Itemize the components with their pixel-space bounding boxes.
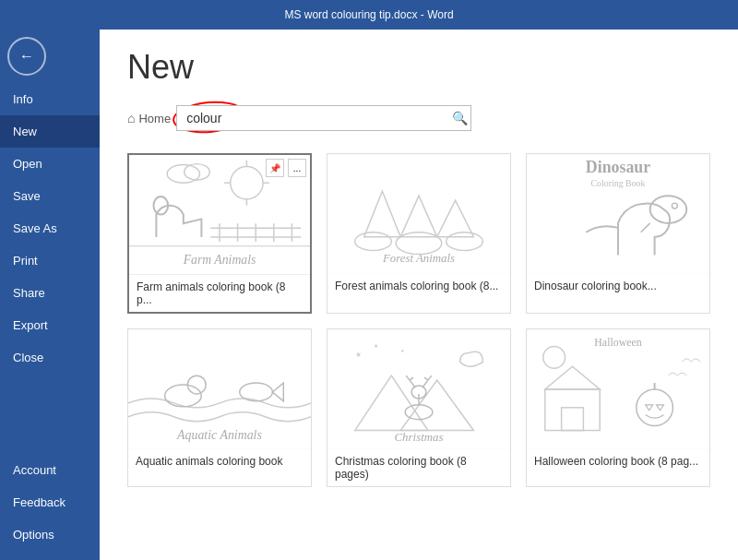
sidebar-nav: Info New Open Save Save As Print Share E… <box>0 83 100 560</box>
svg-text:Halloween: Halloween <box>594 336 641 349</box>
search-container: 🔍 <box>176 105 471 131</box>
template-thumb-aquatic: Aquatic Animals <box>128 329 311 449</box>
sidebar-item-save-as[interactable]: Save As <box>0 212 100 244</box>
template-label-dinosaur: Dinosaur coloring book... <box>527 274 709 298</box>
home-link-text: Home <box>138 112 171 125</box>
search-input-wrap: 🔍 <box>176 105 471 131</box>
template-label-forest: Forest animals coloring book (8... <box>327 274 510 298</box>
template-card-dinosaur[interactable]: Dinosaur Coloring Book Dinosau <box>526 153 710 314</box>
sidebar-item-feedback[interactable]: Feedback <box>0 486 100 518</box>
templates-grid: Farm Animals 📌 ... Farm animals coloring… <box>127 153 710 487</box>
template-thumb-farm: Farm Animals 📌 ... <box>129 155 310 275</box>
back-button[interactable]: ← <box>7 37 46 76</box>
more-button[interactable]: ... <box>288 159 306 177</box>
svg-text:Forest Animals: Forest Animals <box>382 252 455 265</box>
home-icon: ⌂ <box>127 111 135 125</box>
template-thumb-halloween: Halloween <box>527 329 709 449</box>
sidebar-item-print[interactable]: Print <box>0 244 100 277</box>
sidebar-item-info[interactable]: Info <box>0 83 100 115</box>
sidebar-item-save[interactable]: Save <box>0 180 100 212</box>
title-bar: MS word colouring tip.docx - Word <box>0 0 738 30</box>
template-label-christmas: Christmas coloring book (8 pages) <box>327 449 510 486</box>
template-card-aquatic[interactable]: Aquatic Animals Aquatic animals coloring… <box>127 328 312 487</box>
template-thumb-forest: Forest Animals <box>327 154 510 274</box>
sidebar-item-share[interactable]: Share <box>0 277 100 309</box>
svg-text:Farm Animals: Farm Animals <box>183 253 256 267</box>
sidebar: ← Info New Open Save Save As Print Share… <box>0 30 100 560</box>
svg-text:★: ★ <box>355 351 362 359</box>
sidebar-item-close[interactable]: Close <box>0 341 100 374</box>
home-link[interactable]: ⌂ Home <box>127 111 171 125</box>
template-card-farm-animals[interactable]: Farm Animals 📌 ... Farm animals coloring… <box>127 153 312 314</box>
main-content: New ⌂ Home 🔍 <box>100 30 738 560</box>
title-bar-text: MS word colouring tip.docx - Word <box>284 8 453 21</box>
svg-text:Dinosaur: Dinosaur <box>586 158 650 176</box>
pin-button[interactable]: 📌 <box>266 159 284 177</box>
svg-text:Christmas: Christmas <box>395 431 444 444</box>
sidebar-item-open[interactable]: Open <box>0 148 100 180</box>
search-bar: ⌂ Home 🔍 <box>127 105 710 131</box>
search-input[interactable] <box>176 105 471 131</box>
card-actions: 📌 ... <box>266 159 306 177</box>
sidebar-bottom: Account Feedback Options <box>0 454 100 560</box>
page-title: New <box>127 48 710 87</box>
template-label-halloween: Halloween coloring book (8 pag... <box>527 449 709 473</box>
template-thumb-dinosaur: Dinosaur Coloring Book <box>527 154 709 274</box>
svg-text:★: ★ <box>374 343 378 349</box>
template-label-aquatic: Aquatic animals coloring book <box>128 449 311 473</box>
search-button[interactable]: 🔍 <box>452 111 468 125</box>
sidebar-item-new[interactable]: New <box>0 115 100 148</box>
template-thumb-christmas: ★ ★ ★ Christmas <box>327 329 510 449</box>
template-label-farm: Farm animals coloring book (8 p... <box>129 275 310 312</box>
svg-text:Aquatic Animals: Aquatic Animals <box>176 428 262 442</box>
template-card-halloween[interactable]: Halloween <box>526 328 710 487</box>
template-card-christmas[interactable]: ★ ★ ★ Christmas Christmas colori <box>327 328 511 487</box>
sidebar-item-export[interactable]: Export <box>0 309 100 341</box>
template-card-forest-animals[interactable]: Forest Animals Forest animals coloring b… <box>327 153 511 314</box>
sidebar-item-account[interactable]: Account <box>0 454 100 486</box>
app-body: ← Info New Open Save Save As Print Share… <box>0 30 738 560</box>
sidebar-item-options[interactable]: Options <box>0 518 100 551</box>
svg-text:Coloring Book: Coloring Book <box>591 178 646 188</box>
